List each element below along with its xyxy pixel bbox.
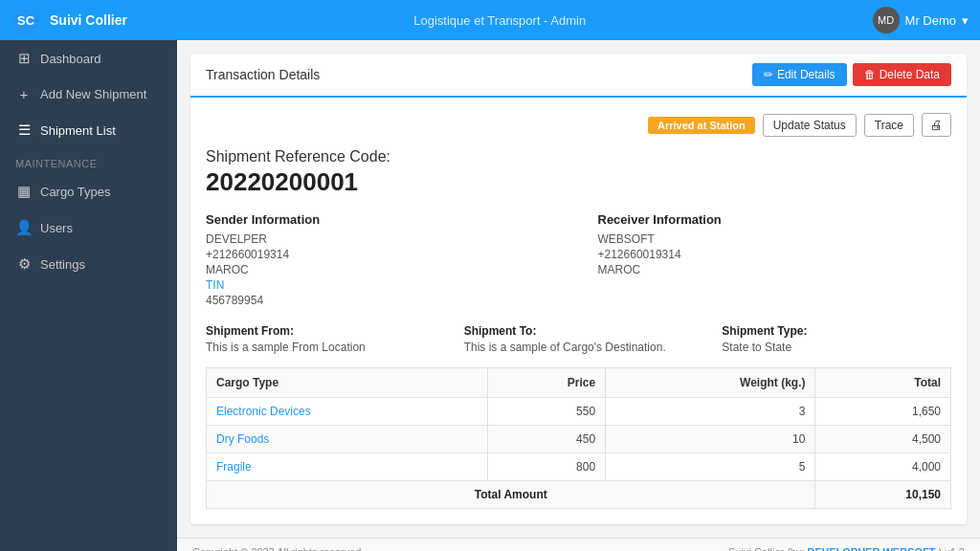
cargo-table: Cargo Type Price Weight (kg.) Total Elec… [206,367,951,509]
shipment-from-value: This is a sample From Location [206,341,435,354]
edit-button[interactable]: ✏ Edit Details [752,63,847,86]
table-row: Fragile 800 5 4,000 [207,453,951,481]
total-cell: 4,000 [815,453,951,481]
col-header-price: Price [487,368,606,398]
user-menu[interactable]: MD Mr Demo ▾ [873,7,969,33]
sidebar-label-cargo-types: Cargo Types [40,185,110,199]
shipment-type-value: State to State [722,341,951,354]
sidebar-label-settings: Settings [40,257,85,272]
total-cell: 1,650 [815,398,951,426]
card-actions: ✏ Edit Details 🗑 Delete Data [752,63,951,86]
list-icon: ☰ [15,121,33,139]
shipment-details-row: Shipment From: This is a sample From Loc… [206,324,951,354]
copyright: Copyright © 2023 All rights reserved [192,546,361,551]
card-body: Arrived at Station Update Status Trace 🖨… [190,98,967,524]
sidebar-item-settings[interactable]: ⚙ Settings [0,246,177,282]
add-icon: + [15,86,33,102]
shipment-to-label: Shipment To: [464,324,694,338]
card-title: Transaction Details [206,67,320,82]
ref-code: 20220200001 [206,167,951,197]
price-cell: 450 [487,426,606,453]
delete-button-label: Delete Data [880,68,940,81]
col-header-cargo-type: Cargo Type [207,368,488,398]
cargo-type-cell: Dry Foods [207,426,488,453]
delete-button[interactable]: 🗑 Delete Data [853,63,951,86]
shipment-type-label: Shipment Type: [722,324,951,338]
sidebar-item-shipment-list[interactable]: ☰ Shipment List [0,112,177,148]
edit-icon: ✏ [764,68,773,81]
sidebar-item-cargo-types[interactable]: ▦ Cargo Types [0,173,177,209]
ref-label: Shipment Reference Code: [206,148,951,165]
col-header-total: Total [815,368,951,398]
update-status-button[interactable]: Update Status [763,114,857,137]
settings-icon: ⚙ [15,255,33,273]
status-row: Arrived at Station Update Status Trace 🖨 [206,113,951,137]
receiver-name: WEBSOFT [598,232,952,246]
sidebar: ⊞ Dashboard + Add New Shipment ☰ Shipmen… [0,40,177,551]
shipment-from-label: Shipment From: [206,324,435,338]
receiver-info: Receiver Information WEBSOFT +2126600193… [598,212,952,309]
total-value: 10,150 [815,481,951,509]
page-title: Logistique et Transport - Admin [413,13,586,28]
shipment-from: Shipment From: This is a sample From Loc… [206,324,435,354]
user-name: Mr Demo [905,13,956,28]
cargo-type-cell: Electronic Devices [207,398,488,426]
print-icon: 🖨 [930,118,943,132]
receiver-heading: Receiver Information [598,212,952,227]
table-row: Dry Foods 450 10 4,500 [207,426,951,453]
card-header: Transaction Details ✏ Edit Details 🗑 Del… [190,54,967,98]
sidebar-item-add-shipment[interactable]: + Add New Shipment [0,77,177,112]
weight-cell: 3 [606,398,815,426]
sidebar-label-users: Users [40,221,73,235]
shipment-to-value: This is a sample of Cargo's Destination. [464,341,694,354]
users-icon: 👤 [15,219,33,236]
edit-button-label: Edit Details [777,68,835,81]
sender-phone: +212660019314 [206,248,560,261]
shipment-to: Shipment To: This is a sample of Cargo's… [464,324,694,354]
main-content: Transaction Details ✏ Edit Details 🗑 Del… [177,40,980,551]
sender-receiver-row: Sender Information DEVELPER +21266001931… [206,212,951,309]
trace-button[interactable]: Trace [864,114,914,137]
status-badge: Arrived at Station [648,117,755,134]
dropdown-icon: ▾ [962,13,969,28]
credit: Suivi Collier (by: DEVELOPHER WEBSOFT ) … [728,546,965,551]
cargo-type-cell: Fragile [207,453,488,481]
price-cell: 550 [487,398,606,426]
sidebar-label-shipment-list: Shipment List [40,123,116,138]
dashboard-icon: ⊞ [15,50,33,67]
delete-icon: 🗑 [864,68,876,81]
sender-heading: Sender Information [206,212,560,227]
shipment-type: Shipment Type: State to State [722,324,951,354]
sender-tin-label: TIN [206,278,560,292]
sidebar-label-dashboard: Dashboard [40,52,101,66]
app-logo: SC [11,6,40,34]
sidebar-label-add-shipment: Add New Shipment [40,87,146,101]
sender-info: Sender Information DEVELPER +21266001931… [206,212,560,309]
receiver-phone: +212660019314 [598,248,952,261]
receiver-country: MAROC [598,263,952,276]
total-row: Total Amount 10,150 [207,481,951,509]
weight-cell: 10 [606,426,815,453]
footer: Copyright © 2023 All rights reserved Sui… [177,538,980,551]
cargo-types-icon: ▦ [15,183,33,200]
top-navbar: SC Suivi Collier Logistique et Transport… [0,0,980,40]
avatar: MD [873,7,900,33]
maintenance-section-label: Maintenance [0,148,177,173]
sender-name: DEVELPER [206,232,560,246]
sidebar-item-users[interactable]: 👤 Users [0,209,177,246]
credit-link[interactable]: DEVELOPHER WEBSOFT [808,546,936,551]
table-row: Electronic Devices 550 3 1,650 [207,398,951,426]
col-header-weight: Weight (kg.) [606,368,815,398]
transaction-card: Transaction Details ✏ Edit Details 🗑 Del… [190,54,967,524]
price-cell: 800 [487,453,606,481]
app-name: Suivi Collier [50,12,127,28]
sidebar-item-dashboard[interactable]: ⊞ Dashboard [0,40,177,77]
print-button[interactable]: 🖨 [922,113,951,137]
total-label: Total Amount [207,481,815,509]
sender-tin-value: 456789954 [206,294,560,307]
weight-cell: 5 [606,453,815,481]
sender-country: MAROC [206,263,560,276]
total-cell: 4,500 [815,426,951,453]
